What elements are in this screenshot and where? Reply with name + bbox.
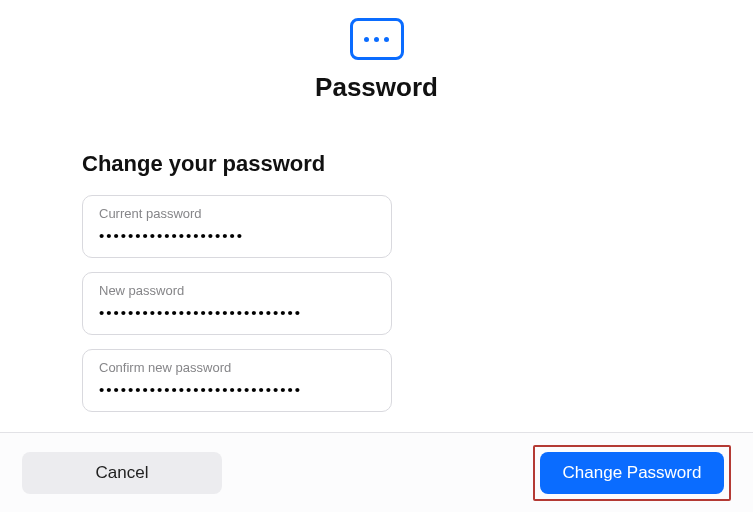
header-icon-wrap — [0, 18, 753, 60]
current-password-label: Current password — [99, 206, 375, 221]
section-title: Change your password — [82, 151, 753, 177]
new-password-field[interactable]: New password — [82, 272, 392, 335]
new-password-label: New password — [99, 283, 375, 298]
current-password-field[interactable]: Current password — [82, 195, 392, 258]
new-password-input[interactable] — [99, 304, 375, 321]
footer-bar: Cancel Change Password — [0, 432, 753, 512]
cancel-button[interactable]: Cancel — [22, 452, 222, 494]
change-password-button[interactable]: Change Password — [540, 452, 724, 494]
confirm-password-label: Confirm new password — [99, 360, 375, 375]
main-content: Password Change your password Current pa… — [0, 0, 753, 432]
dot-icon — [384, 37, 389, 42]
page-title: Password — [0, 72, 753, 103]
current-password-input[interactable] — [99, 227, 375, 244]
dot-icon — [374, 37, 379, 42]
change-password-form: Change your password Current password Ne… — [0, 151, 753, 412]
highlight-box: Change Password — [533, 445, 731, 501]
confirm-password-field[interactable]: Confirm new password — [82, 349, 392, 412]
password-dots-icon — [350, 18, 404, 60]
dot-icon — [364, 37, 369, 42]
confirm-password-input[interactable] — [99, 381, 375, 398]
